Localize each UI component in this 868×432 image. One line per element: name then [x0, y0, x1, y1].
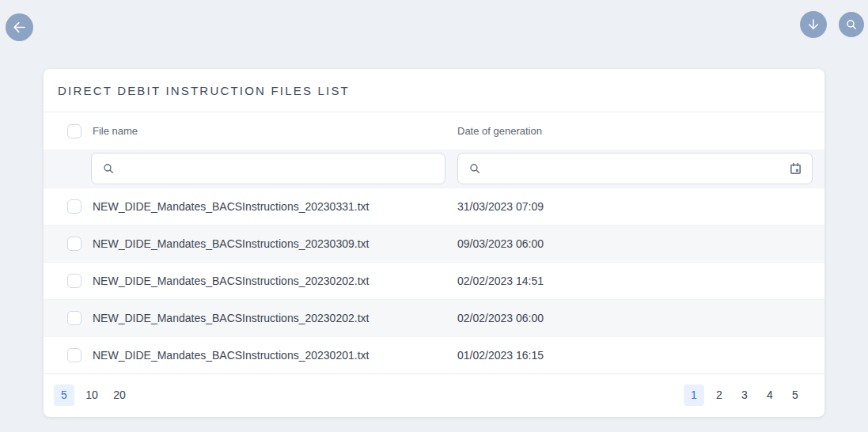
page-size-20[interactable]: 20: [109, 385, 130, 406]
date-cell: 01/02/2023 16:15: [457, 349, 544, 362]
table-header-row: File name Date of generation: [44, 112, 824, 150]
row-checkbox[interactable]: [67, 274, 81, 288]
date-cell: 31/03/2023 07:09: [457, 200, 544, 213]
files-list-card: DIRECT DEBIT INSTRUCTION FILES LIST File…: [44, 69, 824, 417]
table-row: NEW_DIDE_Mandates_BACSInstructions_20230…: [44, 188, 824, 225]
arrow-left-icon: [12, 20, 27, 35]
row-checkbox[interactable]: [67, 311, 81, 325]
page: { "card": { "title": "DIRECT DEBIT INSTR…: [0, 0, 868, 432]
table-row: NEW_DIDE_Mandates_BACSInstructions_20230…: [44, 225, 824, 262]
page-3[interactable]: 3: [734, 385, 755, 406]
arrow-down-icon: [806, 17, 821, 32]
date-cell: 02/02/2023 14:51: [457, 275, 544, 287]
file-name-cell: NEW_DIDE_Mandates_BACSInstructions_20230…: [93, 312, 369, 324]
page-2[interactable]: 2: [709, 385, 730, 406]
select-all-checkbox[interactable]: [67, 124, 81, 138]
back-button[interactable]: [6, 13, 33, 41]
download-button[interactable]: [800, 11, 827, 38]
table-row: NEW_DIDE_Mandates_BACSInstructions_20230…: [44, 299, 824, 336]
page-5[interactable]: 5: [785, 385, 805, 406]
date-cell: 09/03/2023 06:00: [457, 237, 544, 250]
date-filter-input[interactable]: [481, 153, 789, 184]
page-selector: 1 2 3 4 5: [679, 385, 805, 406]
pagination-bar: 5 10 20 1 2 3 4 5: [44, 373, 824, 415]
date-filter: [457, 153, 813, 184]
table-row: NEW_DIDE_Mandates_BACSInstructions_20230…: [44, 336, 824, 373]
file-name-cell: NEW_DIDE_Mandates_BACSInstructions_20230…: [93, 349, 369, 362]
file-name-cell: NEW_DIDE_Mandates_BACSInstructions_20230…: [93, 275, 369, 287]
column-header-date-of-generation: Date of generation: [457, 125, 542, 137]
page-size-5[interactable]: 5: [54, 385, 74, 406]
table-row: NEW_DIDE_Mandates_BACSInstructions_20230…: [44, 262, 824, 299]
page-4[interactable]: 4: [760, 385, 780, 406]
row-checkbox[interactable]: [67, 199, 81, 214]
file-name-filter: [91, 153, 445, 184]
row-checkbox[interactable]: [67, 237, 81, 251]
page-size-10[interactable]: 10: [81, 385, 102, 406]
column-header-file-name: File name: [93, 125, 138, 137]
search-icon: [102, 162, 115, 175]
file-name-filter-input[interactable]: [115, 153, 445, 184]
page-title: DIRECT DEBIT INSTRUCTION FILES LIST: [44, 69, 824, 112]
row-checkbox[interactable]: [67, 348, 81, 362]
page-1[interactable]: 1: [684, 385, 704, 406]
search-icon: [468, 162, 481, 175]
search-icon: [845, 18, 858, 31]
page-size-selector: 5 10 20: [54, 385, 137, 406]
file-name-cell: NEW_DIDE_Mandates_BACSInstructions_20230…: [93, 237, 369, 250]
calendar-icon[interactable]: [789, 162, 802, 176]
table-filter-row: [44, 150, 824, 188]
search-button[interactable]: [839, 12, 864, 37]
date-cell: 02/02/2023 06:00: [457, 312, 544, 324]
file-name-cell: NEW_DIDE_Mandates_BACSInstructions_20230…: [93, 200, 369, 213]
